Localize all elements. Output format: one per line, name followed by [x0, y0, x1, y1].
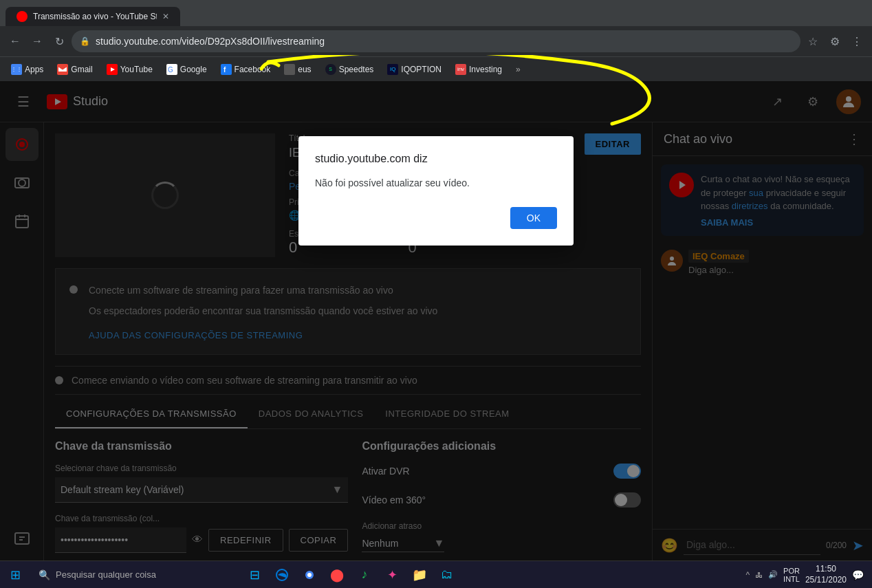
toolbar-actions: ☆ ⚙ ⋮: [803, 32, 866, 51]
address-bar[interactable]: 🔒 studio.youtube.com/video/D92pXs8dOII/l…: [72, 30, 800, 52]
bookmark-button[interactable]: ☆: [803, 32, 822, 51]
windows-icon: ⊞: [10, 567, 21, 582]
modal-overlay: studio.youtube.com diz Não foi possível …: [0, 81, 872, 560]
bookmark-speedtest[interactable]: S Speedtes: [320, 61, 380, 78]
bookmark-google[interactable]: G Google: [161, 61, 212, 78]
svg-text:G: G: [168, 66, 173, 74]
speedtest-favicon: S: [325, 64, 336, 75]
sys-tray-up-arrow[interactable]: ^: [745, 570, 750, 580]
bookmarks-bar: ⋮⋮ Apps Gmail YouTube G Google f Faceboo: [0, 56, 872, 81]
tab-close-btn[interactable]: ✕: [162, 12, 169, 21]
bookmark-youtube-label: YouTube: [120, 65, 153, 74]
facebook-favicon: f: [221, 64, 232, 75]
bookmark-google-label: Google: [180, 65, 207, 74]
svg-marker-1: [111, 67, 115, 72]
taskbar-pinned-apps: ⊟ ⬤ ♪ ✦ 📁 🗂: [237, 563, 737, 587]
taskbar-edge[interactable]: [270, 563, 294, 587]
taskbar-search-text: Pesquisar qualquer coisa: [56, 569, 156, 580]
browser-chrome: Transmissão ao vivo - YouTube Studio ✕ ←…: [0, 0, 872, 81]
bookmark-apps-label: Apps: [25, 65, 43, 74]
modal-body: Não foi possível atualizar seu vídeo.: [315, 176, 557, 190]
bookmark-facebook-label: Facebook: [235, 65, 271, 74]
taskbar-search-icon: 🔍: [39, 569, 50, 580]
bookmark-more[interactable]: »: [510, 62, 526, 77]
tab-title: Transmissão ao vivo - YouTube Studio: [33, 12, 157, 21]
taskbar-search[interactable]: 🔍 Pesquisar qualquer coisa: [30, 561, 237, 589]
iqoption-favicon: IQ: [387, 64, 398, 75]
start-button[interactable]: ⊞: [0, 561, 30, 589]
taskbar-explorer[interactable]: 🗂: [435, 563, 459, 587]
bookmark-iqoption-label: IQOPTION: [401, 65, 442, 74]
reload-button[interactable]: ↻: [50, 32, 69, 51]
tab-bar: Transmissão ao vivo - YouTube Studio ✕: [0, 0, 872, 26]
clock-date: 25/11/2020: [805, 575, 847, 586]
svg-point-0: [19, 13, 25, 20]
network-icon: 🖧: [755, 571, 763, 579]
bookmark-facebook[interactable]: f Facebook: [215, 61, 276, 78]
more-bookmarks-icon: »: [516, 65, 521, 74]
google-favicon: G: [166, 64, 177, 75]
taskbar-app3[interactable]: ✦: [380, 563, 404, 587]
investing-favicon: inv: [455, 64, 466, 75]
bookmark-investing[interactable]: inv Investing: [450, 61, 508, 78]
bookmark-apps[interactable]: ⋮⋮ Apps: [6, 61, 49, 78]
chrome-toolbar: ← → ↻ 🔒 studio.youtube.com/video/D92pXs8…: [0, 26, 872, 56]
back-button[interactable]: ←: [6, 32, 25, 51]
bookmark-eus[interactable]: eus: [279, 61, 316, 78]
bookmark-eus-label: eus: [298, 65, 311, 74]
svg-text:f: f: [224, 66, 226, 74]
taskbar-files[interactable]: 📁: [407, 563, 432, 587]
taskbar-taskview[interactable]: ⊟: [242, 563, 267, 587]
forward-button[interactable]: →: [28, 32, 47, 51]
youtube-favicon: [107, 64, 118, 75]
clock-time: 11:50: [805, 564, 847, 575]
taskbar-chrome[interactable]: [297, 563, 322, 587]
url-text: studio.youtube.com/video/D92pXs8dOII/liv…: [96, 36, 792, 47]
ok-button[interactable]: OK: [510, 207, 557, 229]
bookmark-investing-label: Investing: [469, 65, 502, 74]
modal-title: studio.youtube.com diz: [315, 153, 557, 165]
svg-point-21: [307, 573, 312, 577]
system-clock[interactable]: 11:50 25/11/2020: [805, 564, 847, 585]
alert-dialog: studio.youtube.com diz Não foi possível …: [298, 136, 574, 246]
modal-actions: OK: [315, 207, 557, 229]
bookmark-iqoption[interactable]: IQ IQOPTION: [382, 61, 447, 78]
account-button[interactable]: ⚙: [825, 32, 844, 51]
eus-favicon: [284, 64, 295, 75]
bookmark-youtube[interactable]: YouTube: [101, 61, 158, 78]
security-icon: 🔒: [80, 36, 90, 46]
sys-lang: PORINTL: [783, 567, 800, 583]
taskbar: ⊞ 🔍 Pesquisar qualquer coisa ⊟ ⬤ ♪ ✦ 📁 🗂…: [0, 560, 872, 588]
taskbar-app2[interactable]: ♪: [352, 563, 377, 587]
taskbar-sys-tray: ^ 🖧 🔊 PORINTL 11:50 25/11/2020 💬: [737, 564, 872, 585]
apps-favicon: ⋮⋮: [11, 64, 22, 75]
notification-button[interactable]: 💬: [852, 569, 864, 580]
lang-text: PORINTL: [783, 567, 800, 583]
bookmark-gmail-label: Gmail: [71, 65, 92, 74]
bookmark-gmail[interactable]: Gmail: [52, 61, 98, 78]
browser-tab[interactable]: Transmissão ao vivo - YouTube Studio ✕: [6, 7, 180, 26]
bookmark-speedtest-label: Speedtes: [339, 65, 374, 74]
tab-favicon: [17, 11, 28, 22]
volume-icon[interactable]: 🔊: [768, 570, 778, 579]
taskbar-app1[interactable]: ⬤: [325, 563, 349, 587]
more-button[interactable]: ⋮: [847, 32, 866, 51]
gmail-favicon: [57, 64, 68, 75]
